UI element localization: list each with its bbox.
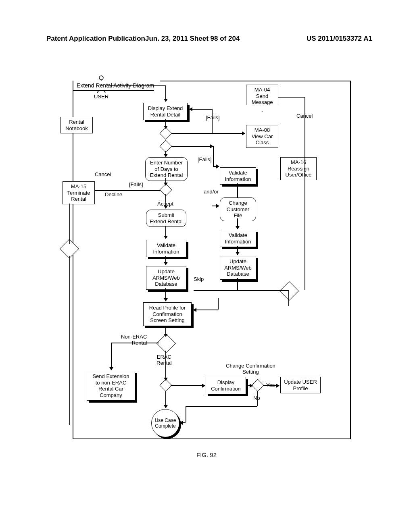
update-arms-1: UpdateARMS/WebDatabase bbox=[146, 266, 186, 290]
non-erac-label: Non-ERACRental bbox=[121, 334, 147, 346]
conn bbox=[213, 166, 219, 167]
conn bbox=[165, 288, 166, 301]
conn bbox=[165, 178, 166, 185]
use-case-label: Use CaseComplete bbox=[155, 418, 176, 429]
conn bbox=[165, 151, 166, 157]
ma15-box: MA-15TerminateRental bbox=[63, 181, 95, 204]
conn bbox=[212, 109, 213, 133]
conn bbox=[107, 85, 165, 86]
conn bbox=[212, 206, 219, 206]
conn bbox=[237, 246, 238, 255]
header-left: Patent Application Publication bbox=[46, 35, 145, 43]
conn bbox=[111, 343, 112, 370]
conn bbox=[186, 406, 186, 422]
read-profile: Read Profile forConfirmationScreen Setti… bbox=[143, 302, 192, 326]
submit-extend: SubmitExtend Rental bbox=[146, 210, 186, 227]
diagram: USER Extend Rental Activity Diagram Rent… bbox=[52, 73, 359, 455]
conn bbox=[278, 97, 305, 98]
header-mid: Jun. 23, 2011 Sheet 98 of 204 bbox=[145, 35, 240, 43]
conn bbox=[111, 343, 159, 343]
conn bbox=[95, 190, 161, 191]
conn bbox=[257, 391, 258, 406]
validate-2: ValidateInformation bbox=[220, 167, 256, 185]
change-customer: ChangeCustomerFile bbox=[220, 197, 256, 221]
conn bbox=[190, 109, 212, 110]
send-extension: Send Extensionto non-ERACRental CarCompa… bbox=[87, 371, 135, 401]
conn bbox=[237, 278, 238, 290]
conn bbox=[165, 85, 166, 102]
no-label: No bbox=[253, 395, 260, 401]
conn bbox=[186, 406, 257, 407]
erac-label: ERACRental bbox=[156, 354, 172, 366]
display-extend: Display ExtendRental Detail bbox=[143, 103, 188, 120]
decline-label: Decline bbox=[105, 191, 122, 197]
conn bbox=[165, 256, 166, 265]
conn bbox=[247, 385, 252, 386]
conn bbox=[69, 204, 70, 244]
conn bbox=[288, 290, 289, 306]
conn bbox=[263, 385, 279, 386]
rental-notebook-box: RentalNotebook bbox=[60, 117, 93, 133]
conn bbox=[180, 422, 186, 423]
skip-label: Skip bbox=[194, 276, 204, 282]
conn bbox=[171, 133, 245, 134]
conn bbox=[69, 256, 70, 425]
use-case-complete: Use CaseComplete bbox=[151, 409, 179, 437]
conn bbox=[305, 97, 305, 290]
conn bbox=[165, 326, 166, 337]
ma08-box: MA-08View CarClass bbox=[246, 125, 278, 148]
update-user-profile: Update USERProfile bbox=[280, 377, 321, 393]
conn bbox=[165, 391, 166, 408]
header-right: US 2011/0153372 A1 bbox=[307, 35, 372, 43]
conn bbox=[194, 290, 288, 291]
fails-label-1: [Fails] bbox=[206, 114, 220, 121]
conn bbox=[165, 226, 166, 239]
update-arms-2: UpdateARMS/WebDatabase bbox=[220, 256, 256, 280]
andor-label: and/or bbox=[204, 189, 219, 195]
conn bbox=[237, 183, 238, 197]
cancel-label-2: Cancel bbox=[95, 171, 111, 177]
conn bbox=[213, 146, 214, 166]
fails-label-2: [Fails] bbox=[198, 156, 212, 162]
svg-point-0 bbox=[99, 76, 103, 80]
conn bbox=[165, 194, 166, 208]
conn bbox=[194, 310, 218, 310]
conn bbox=[165, 119, 166, 129]
enter-days: Enter Numberof Days toExtend Rental bbox=[145, 157, 188, 181]
conn bbox=[171, 385, 205, 386]
validate-3: ValidateInformation bbox=[220, 230, 256, 247]
fails-label-3: [Fails] bbox=[129, 181, 143, 187]
display-confirmation: DisplayConfirmation bbox=[206, 377, 246, 394]
conn bbox=[218, 298, 219, 310]
conn bbox=[237, 218, 238, 229]
change-conf-label: Change ConfirmationSetting bbox=[226, 363, 275, 375]
validate-1: ValidateInformation bbox=[146, 240, 186, 257]
conn bbox=[171, 146, 213, 147]
figure-label: FIG. 92 bbox=[196, 451, 217, 458]
ma16-box: MA-16ReassignUser/Office bbox=[280, 157, 317, 180]
conn bbox=[165, 351, 166, 380]
